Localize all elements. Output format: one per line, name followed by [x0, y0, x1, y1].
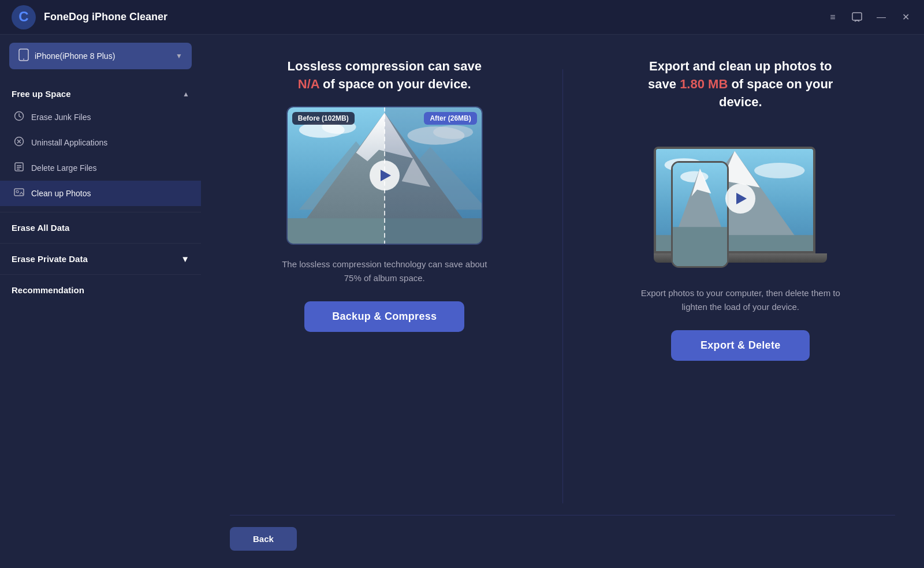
device-phone-icon	[18, 48, 29, 63]
title-controls: ≡ — ✕	[826, 10, 912, 24]
export-delete-button[interactable]: Export & Delete	[671, 330, 810, 361]
menu-button[interactable]: ≡	[826, 10, 840, 24]
right-card-description: Export photos to your computer, then del…	[636, 286, 844, 314]
card-vertical-divider	[562, 69, 563, 503]
title-bar: C FoneDog iPhone Cleaner ≡ — ✕	[0, 0, 924, 35]
sidebar-item-recommendation[interactable]: Recommendation	[0, 277, 201, 303]
sidebar-item-delete-large[interactable]: Delete Large Files	[0, 155, 201, 181]
svg-point-4	[23, 59, 24, 60]
after-label: After (26MB)	[424, 112, 476, 125]
close-button[interactable]: ✕	[899, 10, 912, 24]
minimize-button[interactable]: —	[874, 10, 888, 24]
sidebar-item-erase-junk[interactable]: Erase Junk Files	[0, 104, 201, 130]
svg-point-14	[16, 190, 18, 193]
file-list-icon	[14, 162, 24, 174]
device-chevron-icon: ▼	[176, 52, 182, 60]
photos-icon	[14, 187, 24, 200]
device-name: iPhone(iPhone 8 Plus)	[35, 51, 115, 61]
chat-button[interactable]	[850, 10, 864, 24]
free-up-space-chevron-icon: ▲	[182, 90, 189, 98]
main-content: Lossless compression can save N/A of spa…	[201, 35, 924, 568]
play-button-left[interactable]	[370, 160, 400, 190]
left-feature-card: Lossless compression can save N/A of spa…	[230, 58, 539, 332]
compression-image: Before (102MB) After (26MB)	[286, 106, 483, 245]
erase-private-chevron-icon: ▼	[181, 254, 189, 264]
sidebar-divider-1	[0, 212, 201, 212]
svg-point-32	[754, 163, 804, 178]
sidebar-item-erase-all-data[interactable]: Erase All Data	[0, 215, 201, 241]
sidebar-item-uninstall-apps[interactable]: Uninstall Applications	[0, 130, 201, 155]
free-up-space-header[interactable]: Free up Space ▲	[0, 81, 201, 104]
uninstall-icon	[14, 136, 24, 149]
sidebar-divider-2	[0, 243, 201, 244]
svg-text:C: C	[18, 9, 28, 24]
left-card-description: The lossless compression technology can …	[281, 257, 489, 285]
svg-rect-13	[14, 189, 24, 196]
sidebar-item-erase-private[interactable]: Erase Private Data ▼	[0, 246, 201, 272]
play-button-right[interactable]	[725, 184, 755, 214]
left-card-title: Lossless compression can save N/A of spa…	[288, 58, 482, 94]
bottom-bar: Back	[230, 515, 895, 551]
phone-mockup	[671, 161, 729, 268]
device-selector-left: iPhone(iPhone 8 Plus)	[18, 48, 115, 63]
before-label: Before (102MB)	[292, 112, 355, 125]
right-feature-card: Export and clean up photos to save 1.80 …	[586, 58, 896, 361]
svg-rect-40	[673, 227, 727, 267]
svg-rect-2	[852, 13, 862, 20]
cards-row: Lossless compression can save N/A of spa…	[230, 58, 895, 503]
app-title: FoneDog iPhone Cleaner	[44, 11, 167, 23]
sidebar: iPhone(iPhone 8 Plus) ▼ Free up Space ▲ …	[0, 35, 201, 568]
free-up-space-section: Free up Space ▲ Erase Junk Files	[0, 77, 201, 210]
title-left: C FoneDog iPhone Cleaner	[12, 5, 167, 29]
clock-icon	[14, 111, 24, 124]
svg-rect-9	[15, 163, 23, 171]
backup-compress-button[interactable]: Backup & Compress	[304, 301, 464, 332]
app-body: iPhone(iPhone 8 Plus) ▼ Free up Space ▲ …	[0, 35, 924, 568]
sidebar-item-clean-photos[interactable]: Clean up Photos	[0, 181, 201, 206]
phone-screen	[673, 163, 727, 266]
sidebar-divider-3	[0, 274, 201, 275]
app-logo-icon: C	[12, 5, 36, 29]
device-selector[interactable]: iPhone(iPhone 8 Plus) ▼	[9, 43, 192, 69]
back-button[interactable]: Back	[230, 527, 297, 551]
right-card-title: Export and clean up photos to save 1.80 …	[636, 58, 844, 111]
device-mockup	[636, 124, 844, 274]
